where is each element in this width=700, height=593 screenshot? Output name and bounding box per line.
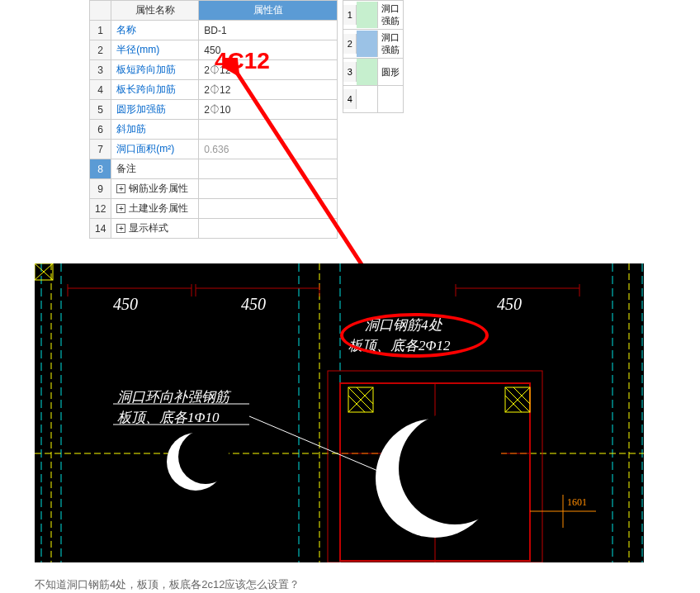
top-section: 属性名称 属性值 1名称BD-12半径(mm)4503板短跨向加筋2⏀124板长… — [0, 0, 700, 239]
cad-viewport[interactable]: 450 450 450 洞口钢筋4处 板顶、底各2Φ12 洞口环向补强钢筋 板顶… — [35, 263, 644, 562]
property-name: 板长跨向加筋 — [111, 80, 199, 100]
side-num: 4 — [343, 89, 357, 109]
side-text: 洞口强筋 — [378, 30, 403, 58]
property-value[interactable]: 2⏀10 — [199, 100, 338, 120]
header-value: 属性值 — [199, 1, 338, 21]
row-number: 4 — [90, 80, 111, 100]
header-corner — [90, 1, 111, 21]
property-table: 属性名称 属性值 1名称BD-12半径(mm)4503板短跨向加筋2⏀124板长… — [89, 0, 338, 239]
property-value[interactable] — [199, 219, 338, 239]
property-name: +显示样式 — [111, 219, 199, 239]
dim-text: 450 — [241, 295, 266, 314]
property-row[interactable]: 7洞口面积(m²)0.636 — [90, 140, 338, 159]
row-number: 12 — [90, 199, 111, 219]
side-panel: 1 洞口强筋 2 洞口强筋 3 圆形 4 — [343, 0, 404, 112]
property-value[interactable]: BD-1 — [199, 21, 338, 40]
side-text — [378, 97, 385, 101]
side-item[interactable]: 2 洞口强筋 — [343, 29, 404, 59]
property-row[interactable]: 12+土建业务属性 — [90, 199, 338, 219]
annotation-4c12: 4C12 — [215, 48, 270, 74]
property-row[interactable]: 6斜加筋 — [90, 120, 338, 140]
property-name: 圆形加强筋 — [111, 100, 199, 120]
dim-text: 450 — [113, 295, 138, 314]
expand-icon[interactable]: + — [116, 184, 125, 193]
row-number: 14 — [90, 219, 111, 239]
side-swatch — [357, 2, 378, 28]
side-item[interactable]: 3 圆形 — [343, 58, 404, 86]
svg-line-38 — [249, 416, 385, 474]
property-row[interactable]: 8备注 — [90, 159, 338, 179]
opening-icon — [369, 412, 501, 544]
property-name: 备注 — [111, 159, 199, 179]
property-row[interactable]: 9+钢筋业务属性 — [90, 179, 338, 199]
property-row[interactable]: 14+显示样式 — [90, 219, 338, 239]
property-value[interactable] — [199, 179, 338, 199]
row-number: 3 — [90, 60, 111, 80]
side-num: 2 — [343, 34, 357, 54]
value-input[interactable] — [204, 164, 332, 175]
question-text: 不知道洞口钢筋4处，板顶，板底各2c12应该怎么设置？ — [35, 577, 700, 592]
property-row[interactable]: 1名称BD-1 — [90, 21, 338, 40]
ellipse-annotation — [340, 313, 489, 358]
dim-small: 1601 — [567, 496, 587, 509]
cad-container: 450 450 450 洞口钢筋4处 板顶、底各2Φ12 洞口环向补强钢筋 板顶… — [35, 263, 700, 562]
header-name: 属性名称 — [111, 1, 199, 21]
side-swatch — [357, 86, 378, 112]
property-row[interactable]: 5圆形加强筋2⏀10 — [90, 100, 338, 120]
property-name: 洞口面积(m²) — [111, 140, 199, 159]
row-number: 9 — [90, 179, 111, 199]
property-row[interactable]: 2半径(mm)450 — [90, 40, 338, 60]
property-name: 斜加筋 — [111, 120, 199, 140]
property-name: 板短跨向加筋 — [111, 60, 199, 80]
side-item[interactable]: 4 — [343, 85, 404, 113]
property-name: 半径(mm) — [111, 40, 199, 60]
opening-icon — [163, 429, 229, 495]
expand-icon[interactable]: + — [116, 204, 125, 213]
cad-label: 板顶、底各1Φ10 — [117, 408, 219, 427]
side-num: 3 — [343, 62, 357, 82]
dim-text: 450 — [497, 295, 522, 314]
row-number: 2 — [90, 40, 111, 60]
property-name: +土建业务属性 — [111, 199, 199, 219]
side-swatch — [357, 31, 378, 57]
property-value[interactable] — [199, 120, 338, 140]
property-row[interactable]: 3板短跨向加筋2⏀12 — [90, 60, 338, 80]
row-number: 5 — [90, 100, 111, 120]
cad-label: 洞口环向补强钢筋 — [117, 387, 229, 406]
row-number: 7 — [90, 140, 111, 159]
side-swatch — [357, 59, 378, 85]
side-num: 1 — [343, 5, 357, 25]
property-name: 名称 — [111, 21, 199, 40]
property-row[interactable]: 4板长跨向加筋2⏀12 — [90, 80, 338, 100]
expand-icon[interactable]: + — [116, 224, 125, 233]
property-value[interactable] — [199, 199, 338, 219]
property-value[interactable]: 0.636 — [199, 140, 338, 159]
row-number: 8 — [90, 159, 111, 179]
property-value[interactable]: 2⏀12 — [199, 80, 338, 100]
side-text: 洞口强筋 — [378, 1, 403, 29]
side-text: 圆形 — [378, 64, 403, 80]
row-number: 6 — [90, 120, 111, 140]
property-value[interactable] — [199, 159, 338, 179]
row-number: 1 — [90, 21, 111, 40]
side-item[interactable]: 1 洞口强筋 — [343, 0, 404, 30]
property-name: +钢筋业务属性 — [111, 179, 199, 199]
